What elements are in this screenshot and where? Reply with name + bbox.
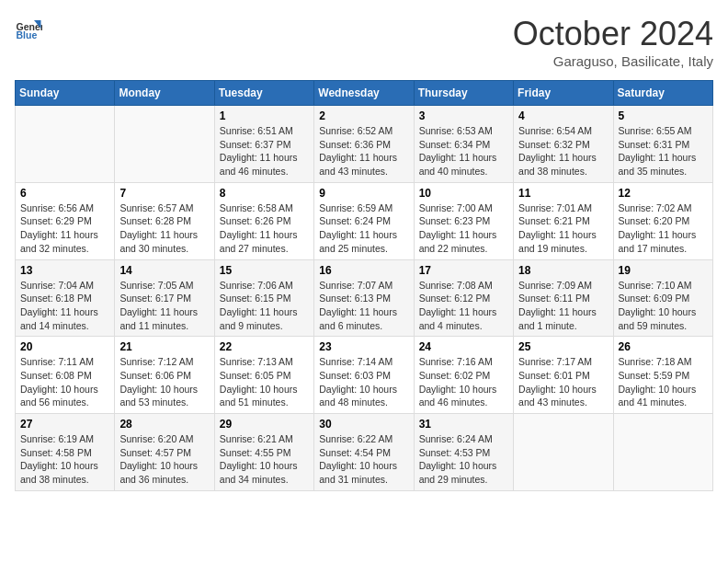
day-info: Sunrise: 6:54 AM Sunset: 6:32 PM Dayligh… bbox=[518, 124, 608, 178]
calendar-cell: 1Sunrise: 6:51 AM Sunset: 6:37 PM Daylig… bbox=[214, 106, 313, 183]
calendar-week-row: 13Sunrise: 7:04 AM Sunset: 6:18 PM Dayli… bbox=[16, 259, 713, 337]
weekday-header: Monday bbox=[115, 81, 214, 106]
day-info: Sunrise: 7:16 AM Sunset: 6:02 PM Dayligh… bbox=[419, 355, 508, 409]
calendar-cell: 27Sunrise: 6:19 AM Sunset: 4:58 PM Dayli… bbox=[16, 414, 115, 491]
calendar-header-row: SundayMondayTuesdayWednesdayThursdayFrid… bbox=[16, 81, 713, 106]
day-info: Sunrise: 7:08 AM Sunset: 6:12 PM Dayligh… bbox=[419, 279, 508, 333]
day-info: Sunrise: 6:20 AM Sunset: 4:57 PM Dayligh… bbox=[119, 432, 209, 487]
day-number: 10 bbox=[419, 187, 508, 200]
calendar-cell: 5Sunrise: 6:55 AM Sunset: 6:31 PM Daylig… bbox=[613, 106, 712, 183]
calendar-cell: 9Sunrise: 6:59 AM Sunset: 6:24 PM Daylig… bbox=[314, 182, 414, 259]
calendar-cell: 7Sunrise: 6:57 AM Sunset: 6:28 PM Daylig… bbox=[115, 182, 214, 259]
calendar-cell: 29Sunrise: 6:21 AM Sunset: 4:55 PM Dayli… bbox=[214, 414, 313, 491]
day-info: Sunrise: 6:56 AM Sunset: 6:29 PM Dayligh… bbox=[20, 201, 109, 256]
calendar-cell: 11Sunrise: 7:01 AM Sunset: 6:21 PM Dayli… bbox=[514, 182, 613, 259]
day-info: Sunrise: 6:19 AM Sunset: 4:58 PM Dayligh… bbox=[20, 432, 109, 487]
calendar-cell: 20Sunrise: 7:11 AM Sunset: 6:08 PM Dayli… bbox=[16, 337, 115, 414]
calendar-cell: 22Sunrise: 7:13 AM Sunset: 6:05 PM Dayli… bbox=[214, 337, 313, 414]
calendar-cell: 21Sunrise: 7:12 AM Sunset: 6:06 PM Dayli… bbox=[115, 337, 214, 414]
day-number: 19 bbox=[619, 264, 708, 277]
day-number: 11 bbox=[518, 187, 608, 200]
calendar-cell: 30Sunrise: 6:22 AM Sunset: 4:54 PM Dayli… bbox=[314, 414, 414, 491]
month-title: October 2024 bbox=[513, 15, 713, 53]
day-number: 18 bbox=[518, 264, 608, 277]
day-number: 3 bbox=[419, 109, 508, 122]
weekday-header: Wednesday bbox=[314, 81, 414, 106]
day-number: 30 bbox=[319, 418, 408, 431]
calendar-cell: 13Sunrise: 7:04 AM Sunset: 6:18 PM Dayli… bbox=[16, 259, 115, 337]
day-number: 2 bbox=[319, 109, 408, 122]
day-number: 15 bbox=[220, 264, 309, 277]
calendar-cell: 28Sunrise: 6:20 AM Sunset: 4:57 PM Dayli… bbox=[115, 414, 214, 491]
day-number: 17 bbox=[419, 264, 508, 277]
day-number: 8 bbox=[220, 187, 309, 200]
calendar-cell bbox=[613, 414, 712, 491]
calendar-cell: 26Sunrise: 7:18 AM Sunset: 5:59 PM Dayli… bbox=[613, 337, 712, 414]
calendar-cell: 17Sunrise: 7:08 AM Sunset: 6:12 PM Dayli… bbox=[414, 259, 513, 337]
day-number: 25 bbox=[518, 340, 608, 353]
weekday-header: Sunday bbox=[16, 81, 115, 106]
calendar-cell: 25Sunrise: 7:17 AM Sunset: 6:01 PM Dayli… bbox=[514, 337, 613, 414]
day-number: 13 bbox=[20, 264, 109, 277]
day-number: 4 bbox=[518, 109, 608, 122]
weekday-header: Tuesday bbox=[214, 81, 313, 106]
calendar-cell bbox=[115, 106, 214, 183]
calendar-cell: 2Sunrise: 6:52 AM Sunset: 6:36 PM Daylig… bbox=[314, 106, 414, 183]
day-info: Sunrise: 7:10 AM Sunset: 6:09 PM Dayligh… bbox=[619, 279, 708, 333]
day-info: Sunrise: 6:53 AM Sunset: 6:34 PM Dayligh… bbox=[419, 124, 508, 178]
day-info: Sunrise: 6:52 AM Sunset: 6:36 PM Dayligh… bbox=[319, 124, 408, 178]
logo: General Blue bbox=[15, 15, 42, 42]
day-number: 28 bbox=[119, 418, 209, 431]
day-info: Sunrise: 6:59 AM Sunset: 6:24 PM Dayligh… bbox=[319, 201, 408, 256]
day-info: Sunrise: 7:18 AM Sunset: 5:59 PM Dayligh… bbox=[619, 355, 708, 409]
day-info: Sunrise: 6:24 AM Sunset: 4:53 PM Dayligh… bbox=[419, 432, 508, 487]
calendar-cell: 15Sunrise: 7:06 AM Sunset: 6:15 PM Dayli… bbox=[214, 259, 313, 337]
weekday-header: Saturday bbox=[613, 81, 712, 106]
calendar-cell: 19Sunrise: 7:10 AM Sunset: 6:09 PM Dayli… bbox=[613, 259, 712, 337]
day-number: 16 bbox=[319, 264, 408, 277]
calendar-cell: 24Sunrise: 7:16 AM Sunset: 6:02 PM Dayli… bbox=[414, 337, 513, 414]
calendar-cell: 16Sunrise: 7:07 AM Sunset: 6:13 PM Dayli… bbox=[314, 259, 414, 337]
day-info: Sunrise: 7:05 AM Sunset: 6:17 PM Dayligh… bbox=[119, 279, 209, 333]
calendar-week-row: 1Sunrise: 6:51 AM Sunset: 6:37 PM Daylig… bbox=[16, 106, 713, 183]
calendar-week-row: 27Sunrise: 6:19 AM Sunset: 4:58 PM Dayli… bbox=[16, 414, 713, 491]
weekday-header: Friday bbox=[514, 81, 613, 106]
day-number: 5 bbox=[619, 109, 708, 122]
day-number: 23 bbox=[319, 340, 408, 353]
day-info: Sunrise: 6:21 AM Sunset: 4:55 PM Dayligh… bbox=[220, 432, 309, 487]
day-number: 22 bbox=[220, 340, 309, 353]
location: Garaguso, Basilicate, Italy bbox=[513, 53, 713, 69]
calendar-cell: 3Sunrise: 6:53 AM Sunset: 6:34 PM Daylig… bbox=[414, 106, 513, 183]
logo-icon: General Blue bbox=[15, 15, 42, 42]
day-info: Sunrise: 6:58 AM Sunset: 6:26 PM Dayligh… bbox=[220, 201, 309, 256]
calendar-week-row: 20Sunrise: 7:11 AM Sunset: 6:08 PM Dayli… bbox=[16, 337, 713, 414]
day-number: 9 bbox=[319, 187, 408, 200]
day-number: 7 bbox=[119, 187, 209, 200]
day-number: 14 bbox=[119, 264, 209, 277]
day-number: 12 bbox=[619, 187, 708, 200]
day-number: 21 bbox=[119, 340, 209, 353]
day-info: Sunrise: 6:22 AM Sunset: 4:54 PM Dayligh… bbox=[319, 432, 408, 487]
day-info: Sunrise: 7:06 AM Sunset: 6:15 PM Dayligh… bbox=[220, 279, 309, 333]
day-info: Sunrise: 7:17 AM Sunset: 6:01 PM Dayligh… bbox=[518, 355, 608, 409]
day-number: 1 bbox=[220, 109, 309, 122]
calendar-cell: 12Sunrise: 7:02 AM Sunset: 6:20 PM Dayli… bbox=[613, 182, 712, 259]
calendar-cell: 23Sunrise: 7:14 AM Sunset: 6:03 PM Dayli… bbox=[314, 337, 414, 414]
calendar-week-row: 6Sunrise: 6:56 AM Sunset: 6:29 PM Daylig… bbox=[16, 182, 713, 259]
calendar-cell: 4Sunrise: 6:54 AM Sunset: 6:32 PM Daylig… bbox=[514, 106, 613, 183]
day-info: Sunrise: 7:07 AM Sunset: 6:13 PM Dayligh… bbox=[319, 279, 408, 333]
weekday-header: Thursday bbox=[414, 81, 513, 106]
day-number: 27 bbox=[20, 418, 109, 431]
day-number: 29 bbox=[220, 418, 309, 431]
day-info: Sunrise: 7:09 AM Sunset: 6:11 PM Dayligh… bbox=[518, 279, 608, 333]
day-info: Sunrise: 7:01 AM Sunset: 6:21 PM Dayligh… bbox=[518, 201, 608, 256]
day-info: Sunrise: 6:51 AM Sunset: 6:37 PM Dayligh… bbox=[220, 124, 309, 178]
calendar-cell: 10Sunrise: 7:00 AM Sunset: 6:23 PM Dayli… bbox=[414, 182, 513, 259]
day-info: Sunrise: 7:13 AM Sunset: 6:05 PM Dayligh… bbox=[220, 355, 309, 409]
day-info: Sunrise: 7:11 AM Sunset: 6:08 PM Dayligh… bbox=[20, 355, 109, 409]
page-header: General Blue October 2024 Garaguso, Basi… bbox=[15, 15, 713, 69]
calendar-cell: 8Sunrise: 6:58 AM Sunset: 6:26 PM Daylig… bbox=[214, 182, 313, 259]
calendar-table: SundayMondayTuesdayWednesdayThursdayFrid… bbox=[15, 80, 713, 491]
calendar-cell: 18Sunrise: 7:09 AM Sunset: 6:11 PM Dayli… bbox=[514, 259, 613, 337]
calendar-cell: 31Sunrise: 6:24 AM Sunset: 4:53 PM Dayli… bbox=[414, 414, 513, 491]
